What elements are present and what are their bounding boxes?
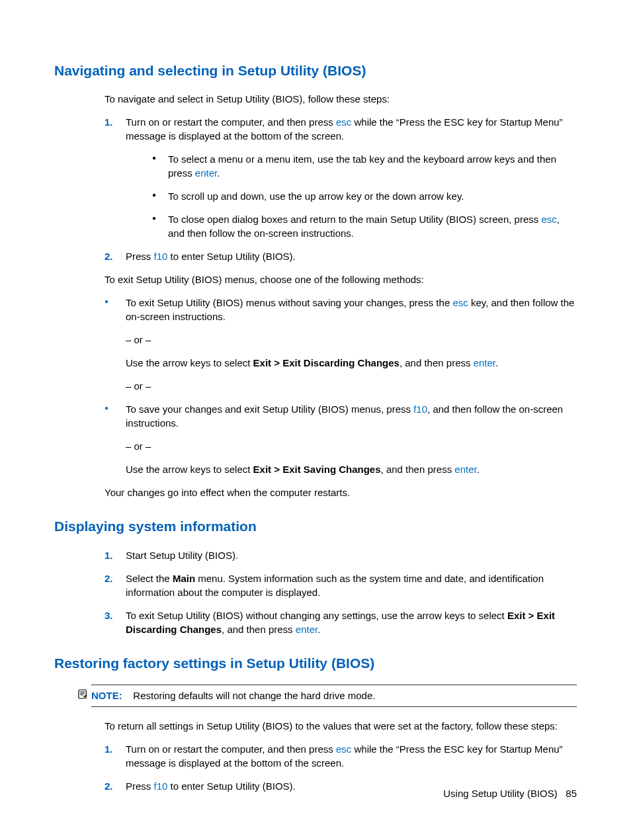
note-block: NOTE: Restoring defaults will not change… <box>91 685 577 707</box>
or-separator: – or – <box>126 379 577 393</box>
section-navigating: Navigating and selecting in Setup Utilit… <box>54 61 577 499</box>
sub-item: To scroll up and down, use the up arrow … <box>148 189 577 203</box>
step-text: Press f10 to enter Setup Utility (BIOS). <box>126 780 296 792</box>
menu-main: Main <box>173 573 195 584</box>
heading-restoring: Restoring factory settings in Setup Util… <box>54 653 577 673</box>
menu-path: Exit > Exit Discarding Changes <box>253 357 400 368</box>
ordered-steps: 1. Turn on or restart the computer, and … <box>105 115 577 263</box>
exit-method-2: To save your changes and exit Setup Util… <box>105 402 577 476</box>
key-esc: esc <box>452 297 468 308</box>
heading-displaying: Displaying system information <box>54 517 577 536</box>
or-separator: – or – <box>126 439 577 453</box>
step-number: 3. <box>105 609 113 622</box>
section-restoring: Restoring factory settings in Setup Util… <box>54 653 577 793</box>
step-text: To exit Setup Utility (BIOS) without cha… <box>126 610 555 635</box>
key-esc: esc <box>336 116 351 128</box>
page-number: 85 <box>566 788 577 799</box>
intro-text: To return all settings in Setup Utility … <box>105 719 577 733</box>
key-f10: f10 <box>154 780 168 792</box>
key-esc: esc <box>541 214 556 225</box>
heading-navigating: Navigating and selecting in Setup Utilit… <box>54 61 577 80</box>
ordered-steps: 1. Turn on or restart the computer, and … <box>105 742 577 793</box>
step-3: 3. To exit Setup Utility (BIOS) without … <box>105 609 577 636</box>
step-number: 1. <box>105 742 113 756</box>
page-footer: Using Setup Utility (BIOS) 85 <box>443 786 577 800</box>
step-1: 1. Turn on or restart the computer, and … <box>105 742 577 770</box>
step-text: Select the Main menu. System information… <box>126 573 544 598</box>
outro-text: Your changes go into effect when the com… <box>105 485 577 499</box>
key-f10: f10 <box>413 403 427 415</box>
exit-methods: To exit Setup Utility (BIOS) menus witho… <box>105 296 577 476</box>
step-number: 1. <box>105 548 113 562</box>
step-text: Turn on or restart the computer, and the… <box>126 116 563 142</box>
key-enter: enter <box>195 167 217 179</box>
step-number: 2. <box>105 249 113 263</box>
key-f10: f10 <box>154 251 168 262</box>
ordered-steps: 1. Start Setup Utility (BIOS). 2. Select… <box>105 548 577 636</box>
key-enter: enter <box>296 624 317 635</box>
key-esc: esc <box>336 743 351 755</box>
menu-path: Exit > Exit Saving Changes <box>253 464 381 475</box>
step-number: 2. <box>105 571 113 585</box>
sub-item: To select a menu or a menu item, use the… <box>148 152 577 180</box>
exit-method-1: To exit Setup Utility (BIOS) menus witho… <box>105 296 577 393</box>
note-icon <box>77 688 89 703</box>
intro-text: To navigate and select in Setup Utility … <box>105 92 577 106</box>
note-label: NOTE: <box>91 690 122 701</box>
key-enter: enter <box>474 357 495 368</box>
sub-item: To close open dialog boxes and return to… <box>148 212 577 240</box>
step-1: 1. Start Setup Utility (BIOS). <box>105 548 577 562</box>
step-text: Turn on or restart the computer, and the… <box>126 743 563 769</box>
exit-intro: To exit Setup Utility (BIOS) menus, choo… <box>105 273 577 286</box>
footer-text: Using Setup Utility (BIOS) <box>443 788 558 799</box>
key-enter: enter <box>454 464 476 475</box>
sub-list: To select a menu or a menu item, use the… <box>148 152 577 240</box>
step-2: 2. Press f10 to enter Setup Utility (BIO… <box>105 249 577 263</box>
step-2: 2. Select the Main menu. System informat… <box>105 571 577 599</box>
step-number: 1. <box>105 115 113 129</box>
note-text: Restoring defaults will not change the h… <box>133 690 375 701</box>
step-1: 1. Turn on or restart the computer, and … <box>105 115 577 240</box>
or-separator: – or – <box>126 333 577 347</box>
step-number: 2. <box>105 779 113 793</box>
step-text: Press f10 to enter Setup Utility (BIOS). <box>126 251 296 262</box>
section-displaying: Displaying system information 1. Start S… <box>54 517 577 636</box>
step-text: Start Setup Utility (BIOS). <box>126 550 238 561</box>
